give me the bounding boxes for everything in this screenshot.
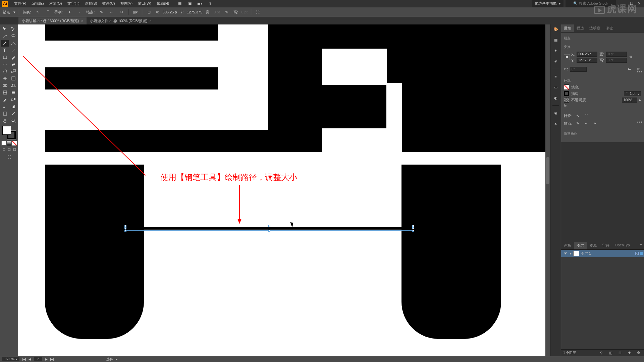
cut-path-icon[interactable]: ✂ [118,9,125,15]
opacity-swatch[interactable] [564,97,569,103]
artboard-tool[interactable] [1,110,9,117]
close-button[interactable]: ✕ [636,1,642,6]
gpu-preview-icon[interactable]: ▣ [186,0,193,7]
zoom-tool[interactable] [9,117,17,124]
canvas-area[interactable]: 使用【钢笔工具】绘制路径，调整大小 [18,24,550,356]
type-tool[interactable]: T [1,47,9,54]
convert-corner-icon[interactable]: ↖ [574,112,581,119]
new-layer-icon[interactable]: ✚ [626,350,633,356]
menu-help[interactable]: 帮助(H) [154,1,172,6]
pen-tool[interactable] [1,40,9,47]
color-mode-gradient[interactable] [7,141,11,145]
color-proxy[interactable] [2,126,16,139]
menu-view[interactable]: 视图(V) [118,1,136,6]
flip-h-icon[interactable]: ⇋ [626,66,633,72]
connect-anchor-icon[interactable]: ↔ [108,9,115,15]
stroke-weight[interactable]: ⌃1 pt⌄ [624,91,641,96]
fill-swatch[interactable] [2,126,11,135]
tab-stroke[interactable]: 描边 [574,24,587,32]
last-artboard-icon[interactable]: ▶| [50,357,54,361]
tab-close-icon[interactable]: × [81,19,83,23]
locate-object-icon[interactable]: ⚲ [598,350,604,356]
paintbrush-tool[interactable] [9,54,17,61]
more-options-icon[interactable]: ••• [637,120,643,125]
curvature-tool[interactable] [9,40,17,47]
tab-properties[interactable]: 属性 [561,24,574,32]
vertical-scrollbar[interactable] [545,24,550,356]
status-menu-icon[interactable]: ▸ [116,357,117,361]
maximize-button[interactable]: ☐ [629,1,635,6]
color-panel-icon[interactable]: 🎨 [552,26,559,33]
share-icon[interactable]: ⇪ [207,0,213,7]
slice-tool[interactable] [9,110,17,117]
opacity-value[interactable]: 100% [622,98,637,103]
menu-window[interactable]: 窗口(W) [135,1,154,6]
free-transform-tool[interactable] [9,75,17,82]
selection-tool[interactable] [1,26,9,33]
shape-builder-tool[interactable] [1,82,9,89]
menu-effect[interactable]: 效果(C) [100,1,117,6]
convert-smooth-icon[interactable]: ⌒ [583,112,590,119]
menu-select[interactable]: 选择(S) [82,1,100,6]
arrange-icon[interactable]: ☰▾ [197,0,203,7]
tab-artboards[interactable]: 画板 [561,242,574,249]
graphic-styles-panel-icon[interactable]: ♣ [552,120,559,127]
x-value[interactable]: 606.25 p [163,10,177,14]
eraser-tool[interactable] [9,61,17,68]
more-options-icon[interactable]: ••• [637,69,643,74]
remove-anchor-icon[interactable]: ✎ [98,9,105,15]
layer-target-icon[interactable]: ○ [635,252,639,255]
menu-object[interactable]: 对象(O) [47,1,65,6]
cut-path-icon[interactable]: ✂ [592,120,598,127]
chevron-down-icon[interactable]: ▾ [13,10,15,14]
magic-wand-tool[interactable] [1,33,9,40]
draw-normal-icon[interactable]: ◻ [1,147,6,152]
first-artboard-icon[interactable]: |◀ [22,357,26,361]
connect-path-icon[interactable]: ↔ [583,120,590,127]
screen-mode-icon[interactable]: ⛶ [6,154,12,160]
perspective-grid-tool[interactable] [9,82,17,89]
tab-close-icon[interactable]: × [149,19,151,23]
panel-menu-icon[interactable]: ≡ [638,242,644,249]
prop-y-value[interactable]: 1275.375 [577,58,597,63]
gradient-panel-icon[interactable]: ▭ [552,84,559,90]
link-wh-icon[interactable]: ⇅ [223,9,230,15]
handle-show-icon[interactable]: ✦ [66,9,73,15]
blend-tool[interactable] [9,96,17,103]
menu-file[interactable]: 文件(F) [11,1,29,6]
tab-assets[interactable]: 资源 [587,242,599,249]
menu-type[interactable]: 文字(T) [65,1,82,6]
y-value[interactable]: 1275.375 [187,10,202,14]
convert-corner-icon[interactable]: ↖ [34,9,41,15]
brushes-panel-icon[interactable]: ✦ [552,47,559,54]
shaper-tool[interactable] [1,61,9,68]
rectangle-tool[interactable] [1,54,9,61]
document-tab-1[interactable]: 小暑讲解.ai* @ 1600% (RGB/预览) × [18,17,87,24]
expand-layer-icon[interactable]: ▸ [570,251,572,256]
remove-anchor-icon[interactable]: ✎ [574,120,581,127]
document-tab-2[interactable]: 小暑源文件.ai @ 100% (RGB/预览) × [87,17,155,24]
handle-hide-icon[interactable]: · [76,9,83,15]
column-graph-tool[interactable] [9,103,17,110]
symbol-sprayer-tool[interactable] [1,103,9,110]
angle-value[interactable]: 0° [570,67,587,72]
swatches-panel-icon[interactable]: ▦ [552,37,559,43]
tab-character[interactable]: 字符 [599,242,612,249]
stroke-swatch[interactable] [564,91,569,96]
align-dropdown-icon[interactable]: ⊞▾ [132,9,139,15]
tab-transparency[interactable]: 透明度 [587,24,603,32]
next-artboard-icon[interactable]: ▶ [45,357,48,361]
convert-smooth-icon[interactable]: ⌒ [44,9,51,15]
stroke-panel-icon[interactable]: ≡ [552,73,559,80]
tab-gradient[interactable]: 渐变 [603,24,616,32]
reference-point-selector[interactable] [564,54,570,60]
layer-name[interactable]: 图层 1 [581,251,634,256]
link-wh-icon[interactable]: ⇅ [628,53,633,61]
rotate-tool[interactable] [1,68,9,75]
lasso-tool[interactable] [9,33,17,40]
gradient-tool[interactable] [9,89,17,96]
draw-inside-icon[interactable]: ◻ [12,147,17,152]
zoom-level[interactable]: 1600%▾ [2,357,19,361]
color-mode-solid[interactable] [1,141,6,145]
hand-tool[interactable] [1,117,9,124]
